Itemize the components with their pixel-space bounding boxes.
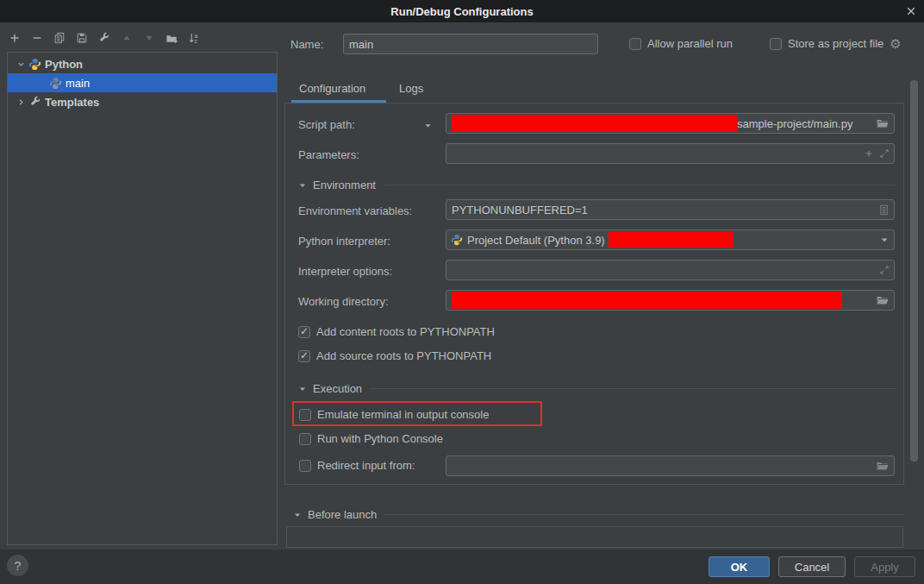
wrench-icon xyxy=(28,96,41,109)
tab-logs[interactable]: Logs xyxy=(399,82,423,95)
browse-folder-icon[interactable] xyxy=(876,293,890,307)
configurations-toolbar: az xyxy=(5,28,203,47)
environment-variables-label: Environment variables: xyxy=(298,204,412,217)
environment-section-header[interactable]: Environment xyxy=(298,179,896,192)
interpreter-options-field[interactable] xyxy=(446,260,895,280)
move-down-icon xyxy=(140,28,159,47)
section-collapse-icon[interactable] xyxy=(293,510,303,520)
svg-text:z: z xyxy=(194,38,197,44)
checkbox-checked-icon[interactable] xyxy=(298,350,310,362)
emulate-terminal-label: Emulate terminal in output console xyxy=(317,408,489,421)
checkbox-icon[interactable] xyxy=(299,460,311,472)
allow-parallel-run-label: Allow parallel run xyxy=(647,37,733,50)
edit-templates-icon[interactable] xyxy=(95,28,114,47)
tree-group-python[interactable]: Python xyxy=(8,54,277,73)
move-up-icon xyxy=(117,28,136,47)
section-rule xyxy=(384,514,903,515)
cancel-button[interactable]: Cancel xyxy=(778,556,846,577)
script-path-field[interactable]: sample-project/main.py xyxy=(446,113,895,134)
section-collapse-icon[interactable] xyxy=(298,180,309,191)
section-title: Before launch xyxy=(308,508,377,521)
add-macro-icon[interactable] xyxy=(864,148,874,159)
name-input[interactable] xyxy=(343,34,598,54)
gear-icon[interactable]: ⚙ xyxy=(890,37,901,50)
close-icon[interactable] xyxy=(904,4,918,18)
execution-section-header[interactable]: Execution xyxy=(298,382,896,395)
redaction-overlay xyxy=(452,292,842,309)
tree-item-main[interactable]: main xyxy=(8,73,277,92)
before-launch-list-panel xyxy=(286,526,903,548)
python-logo-muted-icon xyxy=(49,77,62,90)
interpreter-options-label: Interpreter options: xyxy=(298,265,392,278)
store-as-project-file-checkbox[interactable]: Store as project file ⚙ xyxy=(770,37,902,50)
configurations-tree: Python main Templates xyxy=(7,52,278,545)
checkbox-icon[interactable] xyxy=(770,38,782,50)
ok-button[interactable]: OK xyxy=(709,556,770,577)
python-logo-icon xyxy=(28,58,41,71)
checkbox-icon[interactable] xyxy=(299,433,311,445)
expand-field-icon[interactable] xyxy=(879,148,890,159)
checkbox-checked-icon[interactable] xyxy=(298,326,310,338)
expand-field-icon[interactable] xyxy=(879,265,890,275)
working-directory-label: Working directory: xyxy=(298,295,389,308)
working-directory-field[interactable] xyxy=(446,290,895,311)
name-label: Name: xyxy=(290,38,323,51)
tree-group-label: Python xyxy=(45,58,83,71)
run-with-python-console-label: Run with Python Console xyxy=(317,432,443,445)
remove-configuration-icon[interactable] xyxy=(28,28,47,47)
redirect-input-label: Redirect input from: xyxy=(317,459,415,472)
save-configuration-icon[interactable] xyxy=(72,28,91,47)
python-interpreter-value: Project Default (Python 3.9) xyxy=(467,234,605,247)
python-interpreter-label: Python interpreter: xyxy=(298,235,390,248)
section-title: Environment xyxy=(313,179,376,192)
python-logo-icon xyxy=(451,234,463,246)
edit-variables-icon[interactable] xyxy=(878,204,890,216)
script-path-label: Script path: xyxy=(298,118,355,131)
run-with-python-console-checkbox[interactable]: Run with Python Console xyxy=(299,432,443,445)
copy-configuration-icon[interactable] xyxy=(50,28,69,47)
add-source-roots-checkbox[interactable]: Add source roots to PYTHONPATH xyxy=(298,349,491,362)
parameters-field[interactable] xyxy=(446,143,895,164)
browse-folder-icon[interactable] xyxy=(876,116,890,130)
redaction-overlay xyxy=(609,232,734,248)
add-configuration-icon[interactable] xyxy=(5,28,24,47)
apply-button: Apply xyxy=(854,556,915,577)
checkbox-icon[interactable] xyxy=(299,409,311,421)
python-interpreter-select[interactable]: Project Default (Python 3.9) xyxy=(446,229,895,250)
dialog-titlebar: Run/Debug Configurations xyxy=(0,0,924,22)
before-launch-section-header[interactable]: Before launch xyxy=(293,508,903,521)
environment-variables-value: PYTHONUNBUFFERED=1 xyxy=(452,204,588,217)
script-path-value: sample-project/main.py xyxy=(737,117,852,130)
help-button[interactable]: ? xyxy=(7,555,28,576)
store-as-project-file-label: Store as project file xyxy=(788,37,883,50)
tree-item-label: main xyxy=(66,77,90,90)
help-icon: ? xyxy=(15,559,22,573)
add-content-roots-checkbox[interactable]: Add content roots to PYTHONPATH xyxy=(298,325,495,338)
browse-folder-icon[interactable] xyxy=(876,459,890,473)
chevron-down-icon[interactable] xyxy=(15,58,27,70)
vertical-scrollbar[interactable] xyxy=(910,80,918,462)
section-collapse-icon[interactable] xyxy=(298,384,309,394)
tab-configuration[interactable]: Configuration xyxy=(299,82,365,95)
tree-group-templates[interactable]: Templates xyxy=(8,92,277,111)
environment-variables-field[interactable]: PYTHONUNBUFFERED=1 xyxy=(446,199,895,220)
allow-parallel-run-checkbox[interactable]: Allow parallel run xyxy=(629,37,733,50)
redirect-input-checkbox[interactable]: Redirect input from: xyxy=(299,459,415,472)
add-content-roots-label: Add content roots to PYTHONPATH xyxy=(316,325,495,338)
new-folder-icon[interactable] xyxy=(162,28,181,47)
dialog-title: Run/Debug Configurations xyxy=(390,5,533,18)
redirect-input-field[interactable] xyxy=(446,455,895,476)
checkbox-icon[interactable] xyxy=(629,38,641,50)
script-path-dropdown-icon[interactable] xyxy=(423,121,433,130)
chevron-down-icon[interactable] xyxy=(879,235,890,245)
redaction-overlay xyxy=(452,115,737,132)
add-source-roots-label: Add source roots to PYTHONPATH xyxy=(316,349,491,362)
section-title: Execution xyxy=(313,382,362,395)
chevron-right-icon[interactable] xyxy=(15,96,27,108)
tree-group-label: Templates xyxy=(45,96,99,109)
section-rule xyxy=(384,185,896,185)
section-rule xyxy=(370,388,896,389)
parameters-label: Parameters: xyxy=(298,148,359,161)
sort-alphabetically-icon[interactable]: az xyxy=(184,28,203,47)
emulate-terminal-checkbox[interactable]: Emulate terminal in output console xyxy=(299,408,489,421)
